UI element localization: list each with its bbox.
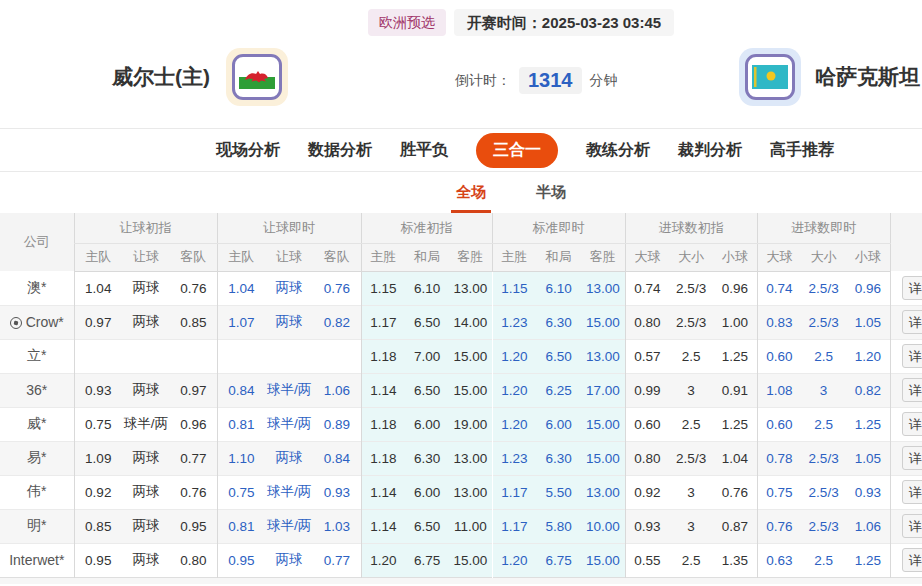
detail-cell: 详 <box>890 407 922 441</box>
soccer-ball-icon <box>10 317 22 329</box>
odds-cell-handicap_live: 1.07 <box>217 305 265 339</box>
nav-tab-data-analysis[interactable]: 数据分析 <box>308 140 372 161</box>
table-row: Interwet*0.95两球0.800.95两球0.771.206.7515.… <box>0 543 922 577</box>
detail-button[interactable]: 详 <box>902 412 922 436</box>
subtab-full-match[interactable]: 全场 <box>451 174 491 213</box>
odds-cell-handicap_live: 球半/两 <box>265 475 313 509</box>
detail-cell: 详 <box>890 543 922 577</box>
odds-cell-goals_live: 0.60 <box>757 407 801 441</box>
odds-cell-handicap_live: 0.76 <box>313 271 361 305</box>
odds-cell-standard_initial: 1.20 <box>361 543 405 577</box>
detail-button[interactable]: 详 <box>902 310 922 334</box>
odds-cell-goals_live: 2.5/3 <box>801 475 846 509</box>
odds-cell-standard_live: 15.00 <box>581 441 625 475</box>
odds-cell-goals_initial: 0.80 <box>625 305 669 339</box>
odds-cell-goals_initial: 2.5 <box>669 407 713 441</box>
odds-cell-standard_initial: 6.10 <box>405 271 449 305</box>
odds-cell-standard_live: 10.00 <box>581 509 625 543</box>
odds-cell-goals_initial: 3 <box>669 373 713 407</box>
nav-tab-expert-picks[interactable]: 高手推荐 <box>770 140 834 161</box>
odds-cell-goals_live: 2.5 <box>801 407 846 441</box>
subcol-header: 大球 <box>625 243 669 271</box>
odds-cell-standard_live: 5.50 <box>536 475 581 509</box>
odds-cell-goals_live: 0.74 <box>757 271 801 305</box>
table-row: 易*1.09两球0.771.10两球0.841.186.3013.001.236… <box>0 441 922 475</box>
odds-cell-goals_initial: 0.76 <box>713 475 757 509</box>
home-team: 威尔士(主) <box>112 48 288 106</box>
detail-button[interactable]: 详 <box>902 480 922 504</box>
odds-cell-goals_initial: 0.60 <box>625 407 669 441</box>
subtab-half-match[interactable]: 半场 <box>531 174 571 213</box>
away-team: 哈萨克斯坦 <box>739 48 920 106</box>
odds-cell-goals_live: 0.96 <box>846 271 890 305</box>
odds-cell-standard_initial: 6.75 <box>405 543 449 577</box>
odds-cell-standard_live: 13.00 <box>581 475 625 509</box>
detail-button[interactable]: 详 <box>902 514 922 538</box>
odds-cell-goals_initial: 2.5/3 <box>669 271 713 305</box>
countdown-value: 1314 <box>519 67 582 94</box>
odds-cell-handicap_live: 0.81 <box>217 509 265 543</box>
subcol-header: 大小 <box>669 243 713 271</box>
odds-cell-goals_initial: 0.96 <box>713 271 757 305</box>
detail-button[interactable]: 详 <box>902 378 922 402</box>
nav-tab-coach-analysis[interactable]: 教练分析 <box>586 140 650 161</box>
odds-cell-standard_initial: 13.00 <box>449 441 492 475</box>
odds-cell-goals_live: 0.82 <box>846 373 890 407</box>
detail-button[interactable]: 详 <box>902 548 922 572</box>
odds-cell-standard_initial: 15.00 <box>449 543 492 577</box>
odds-cell-handicap_live: 0.82 <box>313 305 361 339</box>
odds-cell-goals_initial: 1.04 <box>713 441 757 475</box>
league-badge[interactable]: 欧洲预选 <box>368 9 446 36</box>
odds-cell-handicap_initial: 1.09 <box>74 441 122 475</box>
topbar: 欧洲预选 开赛时间：2025-03-23 03:45 <box>60 0 922 36</box>
odds-cell-standard_live: 6.75 <box>536 543 581 577</box>
odds-cell-standard_initial: 13.00 <box>449 271 492 305</box>
company-name: 澳* <box>27 279 46 295</box>
odds-cell-handicap_live: 0.75 <box>217 475 265 509</box>
detail-button[interactable]: 详 <box>902 344 922 368</box>
table-row: 立*1.187.0015.001.206.5013.000.572.51.250… <box>0 339 922 373</box>
detail-button[interactable]: 详 <box>902 446 922 470</box>
odds-cell-goals_initial: 1.25 <box>713 339 757 373</box>
odds-cell-standard_live: 17.00 <box>581 373 625 407</box>
nav-tab-three-in-one[interactable]: 三合一 <box>476 133 558 168</box>
odds-cell-goals_initial: 3 <box>669 475 713 509</box>
odds-cell-goals_live: 2.5 <box>801 543 846 577</box>
odds-cell-standard_live: 6.00 <box>536 407 581 441</box>
group-handicap-live: 让球即时 <box>217 213 361 243</box>
odds-cell-standard_initial: 19.00 <box>449 407 492 441</box>
odds-table: 公司 让球初指 让球即时 标准初指 标准即时 进球数初指 进球数即时 主队让球客… <box>0 213 922 584</box>
subcol-header: 客队 <box>313 243 361 271</box>
odds-cell-handicap_initial <box>170 339 217 373</box>
detail-cell: 详 <box>890 271 922 305</box>
odds-cell-handicap_initial: 0.85 <box>74 509 122 543</box>
match-header: 威尔士(主) 倒计时： 1314 分钟 <box>0 45 922 108</box>
subcol-header: 让球 <box>122 243 170 271</box>
company-name: Interwet* <box>9 552 64 568</box>
odds-cell-standard_initial: 1.18 <box>361 407 405 441</box>
odds-cell-handicap_live <box>265 339 313 373</box>
detail-cell: 详 <box>890 441 922 475</box>
nav-tab-referee-analysis[interactable]: 裁判分析 <box>678 140 742 161</box>
subcol-header: 客胜 <box>449 243 492 271</box>
odds-cell-goals_live: 0.76 <box>757 509 801 543</box>
odds-cell-standard_initial: 7.00 <box>405 339 449 373</box>
odds-cell-handicap_live: 1.03 <box>313 509 361 543</box>
odds-cell-handicap_live: 两球 <box>265 441 313 475</box>
table-row: 威*0.75球半/两0.960.81球半/两0.891.186.0019.001… <box>0 407 922 441</box>
subcol-header: 客胜 <box>581 243 625 271</box>
odds-cell-handicap_live: 两球 <box>265 543 313 577</box>
nav-tab-win-draw-lose[interactable]: 胜平负 <box>400 140 448 161</box>
odds-cell-standard_live: 6.10 <box>536 271 581 305</box>
subcol-header: 主队 <box>74 243 122 271</box>
odds-cell-goals_initial: 0.91 <box>713 373 757 407</box>
odds-cell-handicap_initial: 0.95 <box>74 543 122 577</box>
odds-cell-standard_initial: 15.00 <box>449 339 492 373</box>
company-cell: 威* <box>0 407 74 441</box>
detail-cell: 详 <box>890 475 922 509</box>
countdown-label: 倒计时： <box>455 72 511 90</box>
nav-tab-live-analysis[interactable]: 现场分析 <box>216 140 280 161</box>
odds-cell-handicap_initial: 0.95 <box>170 509 217 543</box>
detail-button[interactable]: 详 <box>902 276 922 300</box>
odds-cell-standard_initial: 11.00 <box>449 509 492 543</box>
